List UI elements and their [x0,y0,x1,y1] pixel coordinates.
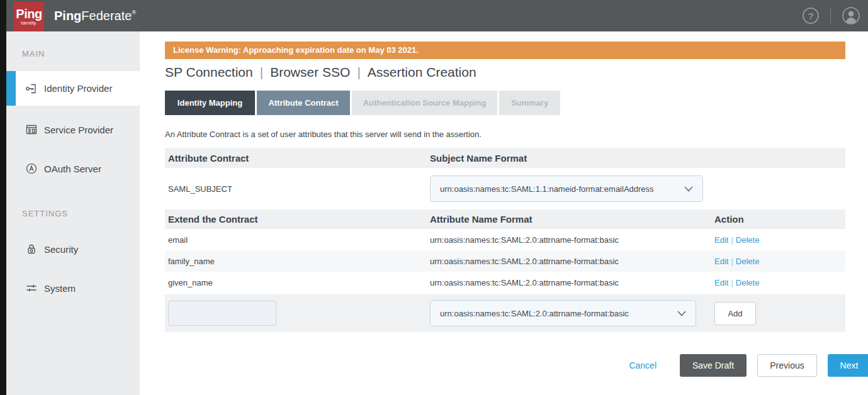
sidebar-section-main: MAIN [22,49,45,58]
action-separator: | [731,235,733,245]
delete-link[interactable]: Delete [736,278,760,287]
sidebar-section-settings: SETTINGS [22,209,68,218]
main-content: License Warning: Approaching expiration … [140,31,868,395]
row-actions: Edit|Delete [714,234,759,245]
identity-provider-icon [25,82,38,95]
action-separator: | [731,257,733,266]
new-attribute-format-dropdown[interactable]: urn:oasis:names:tc:SAML:2.0:attrname-for… [430,300,696,326]
service-provider-icon [25,123,38,136]
app-title: PingFederate® [54,0,136,31]
row-actions: Edit|Delete [714,255,759,267]
attribute-format: urn:oasis:names:tc:SAML:2.0:attrname-for… [430,235,619,245]
top-bar: Ping Identity. PingFederate® ? [6,0,868,31]
column-header-extend-contract: Extend the Contract [168,214,258,225]
chevron-down-icon [677,311,686,316]
action-separator: | [731,278,733,287]
sidebar-item-label: Identity Provider [44,83,112,94]
new-attribute-input[interactable] [168,301,276,326]
table-row: given_name urn:oasis:names:tc:SAML:2.0:a… [165,272,845,293]
add-attribute-row: urn:oasis:names:tc:SAML:2.0:attrname-for… [165,294,845,332]
subject-table-row: SAML_SUBJECT urn:oasis:names:tc:SAML:1.1… [165,168,845,209]
top-bar-divider [830,8,831,23]
attribute-name: given_name [168,278,213,287]
wizard-footer: Cancel Save Draft Previous Next [190,354,868,377]
column-header-subject-name-format: Subject Name Format [430,153,527,164]
sidebar-item-system[interactable]: System [6,272,140,304]
dropdown-selected-value: urn:oasis:names:tc:SAML:2.0:attrname-for… [440,309,629,318]
previous-button[interactable]: Previous [757,354,817,377]
chevron-down-icon [684,186,693,192]
column-header-attribute-name-format: Attribute Name Format [430,214,533,225]
edit-link[interactable]: Edit [714,278,728,287]
system-sliders-icon [25,282,38,294]
row-actions: Edit|Delete [714,277,759,288]
top-bar-actions: ? [803,0,860,31]
save-draft-button[interactable]: Save Draft [680,354,747,377]
attribute-name: email [168,235,188,245]
app-title-light: Federate [81,9,132,23]
delete-link[interactable]: Delete [736,257,760,266]
contract-table-header: Extend the Contract Attribute Name Forma… [165,209,845,229]
oauth-server-icon [25,162,38,175]
add-button[interactable]: Add [714,302,756,325]
sidebar-item-label: Service Provider [44,125,113,135]
next-button[interactable]: Next [828,354,868,377]
attribute-format: urn:oasis:names:tc:SAML:2.0:attrname-for… [430,278,619,287]
logo-subtext: Identity. [14,21,44,25]
help-glyph: ? [808,11,813,21]
table-row: family_name urn:oasis:names:tc:SAML:2.0:… [165,250,845,272]
sidebar-item-oauth-server[interactable]: OAuth Server [6,152,140,185]
dropdown-selected-value: urn:oasis:names:tc:SAML:1.1:nameid-forma… [440,184,654,194]
column-header-attribute-contract: Attribute Contract [168,153,249,164]
edit-link[interactable]: Edit [714,257,728,266]
subject-table-header: Attribute Contract Subject Name Format [165,148,845,168]
table-row: email urn:oasis:names:tc:SAML:2.0:attrna… [165,229,845,250]
sidebar-item-label: System [44,283,76,294]
attribute-name: SAML_SUBJECT [168,184,232,194]
sidebar-item-security[interactable]: Security [6,233,140,265]
tables: Attribute Contract Subject Name Format S… [165,31,845,395]
sidebar-item-service-provider[interactable]: Service Provider [6,113,140,146]
background-window-edge [0,0,6,395]
user-avatar-icon[interactable] [842,7,860,25]
sidebar: MAIN Identity Provider Service P [6,31,140,395]
ping-identity-logo: Ping Identity. [14,2,44,32]
security-lock-icon [25,243,38,255]
help-icon[interactable]: ? [803,8,819,24]
app-title-trademark: ® [132,10,136,16]
sidebar-item-label: OAuth Server [44,164,101,174]
logo-text: Ping [14,8,44,20]
column-header-action: Action [714,214,744,225]
sidebar-item-label: Security [44,244,78,255]
delete-link[interactable]: Delete [736,235,760,245]
active-accent-bar [6,71,16,106]
attribute-name: family_name [168,257,215,266]
app-title-bold: Ping [54,9,81,23]
cancel-link[interactable]: Cancel [629,360,657,370]
subject-name-format-dropdown[interactable]: urn:oasis:names:tc:SAML:1.1:nameid-forma… [430,175,703,202]
edit-link[interactable]: Edit [714,235,728,245]
attribute-format: urn:oasis:names:tc:SAML:2.0:attrname-for… [430,257,619,266]
sidebar-item-identity-provider[interactable]: Identity Provider [6,71,140,106]
